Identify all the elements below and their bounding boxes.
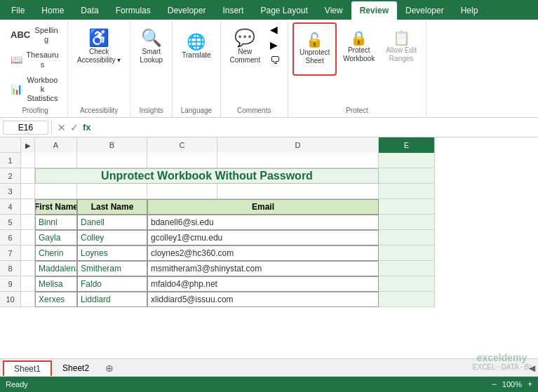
cell-r3-e[interactable] [379,184,435,199]
tab-developer[interactable]: Developer [159,1,215,20]
cell-r4-firstname[interactable]: First Name [35,199,77,215]
cell-r10-e[interactable] [379,292,435,307]
col-headers-row: ▶ A B C D E [0,137,538,153]
cell-r4-email[interactable]: Email [147,199,379,215]
cell-r8-firstname[interactable]: Maddalena [35,261,77,276]
row-header-4: 4 [0,199,21,215]
cell-r10-email[interactable]: xliddiard5@issuu.com [147,292,379,307]
cell-r2-e[interactable] [379,168,435,184]
zoom-in-icon[interactable]: + [527,379,532,389]
comment-nav-col: ◀ ▶ 🗨 [267,22,283,67]
cell-reference-input[interactable] [3,121,48,135]
cell-r10-firstname[interactable]: Xerxes [35,292,77,307]
show-comments-button[interactable]: 🗨 [267,53,283,67]
cell-r4-indicator [21,199,35,215]
tab-review[interactable]: Review [351,1,397,20]
tab-data[interactable]: Data [72,1,107,20]
cell-r5-lastname[interactable]: Danell [77,215,147,230]
confirm-formula-icon[interactable]: ✓ [70,122,79,133]
table-row: First Name Last Name Email [21,199,538,215]
sheet-tab-sheet2[interactable]: Sheet2 [52,360,100,376]
cell-r1-b[interactable] [77,153,147,168]
table-row: Unprotect Workbook Without Password [21,168,538,184]
cell-r8-lastname[interactable]: Smitheram [77,261,147,276]
insights-items: 🔍 Smart Lookup [135,22,168,105]
sheet-tabs: Sheet1 Sheet2 ⊕ ◀ [0,358,538,377]
cell-r6-email[interactable]: gcolley1@cmu.edu [147,230,379,245]
cell-r7-indicator [21,245,35,261]
col-header-a[interactable]: A [35,137,77,153]
col-header-d[interactable]: D [217,137,379,153]
cell-r9-e[interactable] [379,276,435,292]
unprotect-sheet-button[interactable]: 🔓 Unprotect Sheet [295,25,335,74]
comments-group: 💬 New Comment ◀ ▶ 🗨 Comments [221,21,288,117]
cell-r8-e[interactable] [379,261,435,276]
cell-r1-a[interactable] [35,153,77,168]
col-header-c[interactable]: C [147,137,217,153]
tab-developer2[interactable]: Developer [397,1,452,20]
cell-r10-lastname[interactable]: Liddiard [77,292,147,307]
smart-lookup-button[interactable]: 🔍 Smart Lookup [135,22,168,72]
insert-function-icon[interactable]: fx [83,122,91,133]
cell-r1-d[interactable] [217,153,379,168]
tab-page-layout[interactable]: Page Layout [252,1,316,20]
cell-r6-lastname[interactable]: Colley [77,230,147,245]
col-header-b[interactable]: B [77,137,147,153]
proofing-group-label: Proofing [7,107,63,116]
cell-r3-d[interactable] [217,184,379,199]
cell-r9-firstname[interactable]: Melisa [35,276,77,292]
cell-r2-title[interactable]: Unprotect Workbook Without Password [35,168,379,184]
cell-r6-firstname[interactable]: Gayla [35,230,77,245]
cell-r4-lastname[interactable]: Last Name [77,199,147,215]
ribbon-tab-bar: File Home Data Formulas Developer Insert… [0,0,538,20]
protect-group: 🔓 Unprotect Sheet 🔒 Protect Workbook 📋 A… [288,21,426,117]
cell-r7-email[interactable]: cloynes2@hc360.com [147,245,379,261]
cell-r7-e[interactable] [379,245,435,261]
cell-r7-firstname[interactable]: Cherin [35,245,77,261]
workbook-stats-label: Workbook Statistics [25,76,60,104]
unprotect-sheet-icon: 🔓 [306,33,323,47]
cell-r1-c[interactable] [147,153,217,168]
new-comment-button[interactable]: 💬 New Comment [225,22,265,72]
tab-file[interactable]: File [3,1,33,20]
cell-r8-email[interactable]: msmitheram3@shinystat.com [147,261,379,276]
next-comment-button[interactable]: ▶ [267,38,283,52]
cell-r9-lastname[interactable]: Faldo [77,276,147,292]
formula-input[interactable] [97,123,535,133]
workbook-statistics-button[interactable]: 📊 Workbook Statistics [7,72,63,106]
tab-view[interactable]: View [316,1,351,20]
zoom-out-icon[interactable]: − [492,379,497,389]
tab-home[interactable]: Home [33,1,72,20]
cell-r9-email[interactable]: mfaldo4@php.net [147,276,379,292]
spelling-button[interactable]: ABC Spelling [7,22,63,46]
translate-icon: 🌐 [187,34,206,50]
cell-r3-b[interactable] [77,184,147,199]
cell-r7-lastname[interactable]: Loynes [77,245,147,261]
cell-r4-e[interactable] [379,199,435,215]
tab-insert[interactable]: Insert [214,1,252,20]
cell-r5-e[interactable] [379,215,435,230]
cell-r5-firstname[interactable]: Binni [35,215,77,230]
translate-label: Translate [182,51,210,60]
cell-r3-a[interactable] [35,184,77,199]
thesaurus-button[interactable]: 📖 Thesaurus [7,47,63,71]
tab-formulas[interactable]: Formulas [107,1,159,20]
cancel-formula-icon[interactable]: ✕ [58,122,66,133]
prev-comment-button[interactable]: ◀ [267,22,283,36]
check-accessibility-button[interactable]: ♿ Check Accessibility ▾ [72,22,126,72]
cell-r6-e[interactable] [379,230,435,245]
col-header-e[interactable]: E [379,137,435,153]
scroll-left-icon[interactable]: ◀ [529,363,535,373]
cell-r3-c[interactable] [147,184,217,199]
protect-workbook-button[interactable]: 🔒 Protect Workbook [338,22,379,72]
add-sheet-button[interactable]: ⊕ [100,360,119,376]
translate-button[interactable]: 🌐 Translate [177,22,215,72]
table-row: Gayla Colley gcolley1@cmu.edu [21,230,538,245]
allow-edit-ranges-button[interactable]: 📋 Allow Edit Ranges [381,22,422,72]
tab-help[interactable]: Help [452,1,487,20]
sheet-tab-sheet1[interactable]: Sheet1 [3,360,52,376]
cell-r5-email[interactable]: bdanell6@si.edu [147,215,379,230]
formula-icons: ✕ ✓ fx [55,122,94,133]
allow-edit-ranges-label: Allow Edit Ranges [386,46,417,63]
cell-r1-e[interactable] [379,153,435,168]
